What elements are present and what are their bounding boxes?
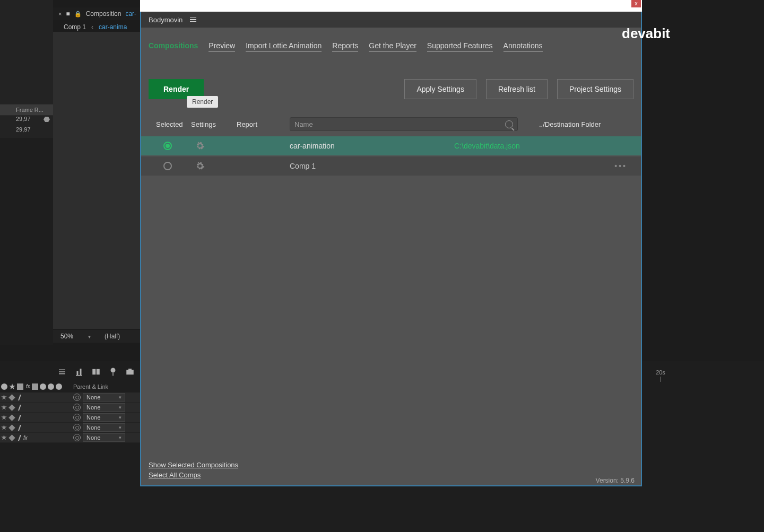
render-queue-icon[interactable] xyxy=(57,367,67,377)
fx-switch-icon[interactable]: fx xyxy=(22,435,28,441)
col-report: Report xyxy=(237,120,290,128)
star-switch-icon[interactable] xyxy=(1,395,7,400)
collapse-icon[interactable] xyxy=(17,383,23,390)
tab-filler: ■ xyxy=(66,10,70,18)
slash-switch-icon[interactable] xyxy=(16,425,21,431)
nav-import[interactable]: Import Lottie Animation xyxy=(246,41,322,51)
layer-row[interactable]: None ▾ xyxy=(0,393,143,403)
time-ruler-20s[interactable]: 20s xyxy=(642,369,679,382)
settings-gear[interactable] xyxy=(191,141,237,151)
comp-destination[interactable]: C:\devabit\data.json xyxy=(454,142,520,150)
quality-switch-icon[interactable] xyxy=(8,424,15,431)
render-button-label: Render xyxy=(163,85,189,93)
viewer-tab-compname[interactable]: car- xyxy=(125,10,136,18)
quality-switch-icon[interactable] xyxy=(8,404,15,411)
cards-icon[interactable] xyxy=(91,367,101,377)
close-button[interactable]: x xyxy=(631,0,641,7)
star-switch-icon[interactable] xyxy=(1,405,7,411)
select-all-link[interactable]: Select All Comps xyxy=(149,471,238,479)
nav-preview[interactable]: Preview xyxy=(209,41,235,51)
nav-supported[interactable]: Supported Features xyxy=(427,41,493,51)
star-switch-icon[interactable] xyxy=(1,415,7,421)
parent-link-header[interactable]: Parent & Link xyxy=(73,383,108,390)
search-icon[interactable] xyxy=(505,120,513,128)
parent-dropdown[interactable]: None ▾ xyxy=(83,433,125,442)
ae-viewer[interactable] xyxy=(53,32,143,329)
quality-switch-icon[interactable] xyxy=(8,394,15,400)
nav-get-player[interactable]: Get the Player xyxy=(369,41,416,51)
panel-drag-header[interactable] xyxy=(140,0,642,12)
star-switch-icon[interactable] xyxy=(1,425,7,431)
version-label: Version: 5.9.6 xyxy=(596,477,635,484)
pickwhip-icon[interactable] xyxy=(73,434,81,441)
slash-switch-icon[interactable] xyxy=(16,415,21,421)
zoom-dropdown[interactable]: 50% ▾ xyxy=(57,333,94,340)
nav-reports[interactable]: Reports xyxy=(332,41,358,51)
slash-switch-icon[interactable] xyxy=(16,435,21,441)
fx-icon[interactable]: fx xyxy=(25,383,30,392)
switches-header: fx xyxy=(0,383,69,392)
layer-row[interactable]: None ▾ xyxy=(0,413,143,423)
star-icon[interactable] xyxy=(9,383,15,390)
pickwhip-icon[interactable] xyxy=(73,404,81,411)
project-column-frame-rate[interactable]: Frame R... xyxy=(0,104,53,116)
parent-none-label: None xyxy=(86,414,100,421)
col-selected: Selected xyxy=(149,120,191,128)
pickwhip-icon[interactable] xyxy=(73,414,81,421)
viewer-tab-label[interactable]: Composition xyxy=(86,10,121,18)
settings-gear[interactable] xyxy=(191,161,237,171)
slash-switch-icon[interactable] xyxy=(16,405,21,411)
pickwhip-icon[interactable] xyxy=(73,394,81,401)
breadcrumb-comp1[interactable]: Comp 1 xyxy=(64,23,86,31)
adjustment-icon[interactable] xyxy=(48,383,54,390)
name-search-input[interactable]: Name xyxy=(290,117,518,131)
select-radio[interactable] xyxy=(163,162,172,170)
ruler-tick xyxy=(661,377,661,382)
star-switch-icon[interactable] xyxy=(1,435,7,441)
parent-dropdown[interactable]: None ▾ xyxy=(83,403,125,412)
lock-icon[interactable]: 🔒 xyxy=(74,11,82,18)
menu-icon[interactable] xyxy=(190,18,196,22)
bodymovin-footer-links: Show Selected Compositions Select All Co… xyxy=(149,461,238,481)
project-settings-button[interactable]: Project Settings xyxy=(557,79,633,99)
row-more-icon[interactable]: ••• xyxy=(614,162,627,170)
motion-blur-icon[interactable] xyxy=(40,383,46,390)
refresh-list-button[interactable]: Refresh list xyxy=(486,79,548,99)
parent-dropdown[interactable]: None ▾ xyxy=(83,393,125,402)
tag-icon[interactable] xyxy=(108,367,118,377)
nav-annotations[interactable]: Annotations xyxy=(503,41,543,51)
nav-compositions[interactable]: Compositions xyxy=(149,41,198,51)
shy-icon[interactable] xyxy=(1,383,7,390)
resolution-label[interactable]: (Half) xyxy=(105,333,120,340)
chevron-down-icon: ▾ xyxy=(119,405,121,410)
slash-switch-icon[interactable] xyxy=(16,395,21,400)
chevron-down-icon: ▾ xyxy=(119,395,121,400)
frame-blend-icon[interactable] xyxy=(32,383,38,390)
layer-row[interactable]: None ▾ xyxy=(0,423,143,433)
pickwhip-icon[interactable] xyxy=(73,424,81,431)
show-selected-link[interactable]: Show Selected Compositions xyxy=(149,461,238,469)
gear-icon xyxy=(195,141,205,151)
parent-dropdown[interactable]: None ▾ xyxy=(83,423,125,432)
close-icon[interactable]: × xyxy=(58,11,62,17)
parent-dropdown[interactable]: None ▾ xyxy=(83,413,125,422)
layer-row[interactable]: fx None ▾ xyxy=(0,433,143,443)
building-icon[interactable] xyxy=(74,367,84,377)
render-button[interactable]: Render Render xyxy=(149,79,204,99)
select-radio[interactable] xyxy=(163,142,172,150)
comp-row-comp1[interactable]: Comp 1 ••• xyxy=(141,156,641,176)
layer-row[interactable]: None ▾ xyxy=(0,403,143,413)
threed-icon[interactable] xyxy=(56,383,62,390)
parent-none-label: None xyxy=(86,434,100,441)
comp-row-car-animation[interactable]: car-animation C:\devabit\data.json xyxy=(141,136,641,155)
quality-switch-icon[interactable] xyxy=(8,414,15,421)
chevron-left-icon[interactable]: ‹ xyxy=(91,23,93,31)
bodymovin-titlebar[interactable]: Bodymovin xyxy=(141,12,641,28)
project-row-fps-1: 29,97 xyxy=(16,116,31,122)
quality-switch-icon[interactable] xyxy=(8,434,15,441)
apply-settings-button[interactable]: Apply Settings xyxy=(404,79,476,99)
breadcrumb-caranimation[interactable]: car-anima xyxy=(99,23,127,31)
viewer-tab-bar: × ■ 🔒 Composition car- xyxy=(53,7,149,20)
snapshot-icon[interactable] xyxy=(125,367,135,377)
viewer-footer: 50% ▾ (Half) xyxy=(53,330,143,343)
